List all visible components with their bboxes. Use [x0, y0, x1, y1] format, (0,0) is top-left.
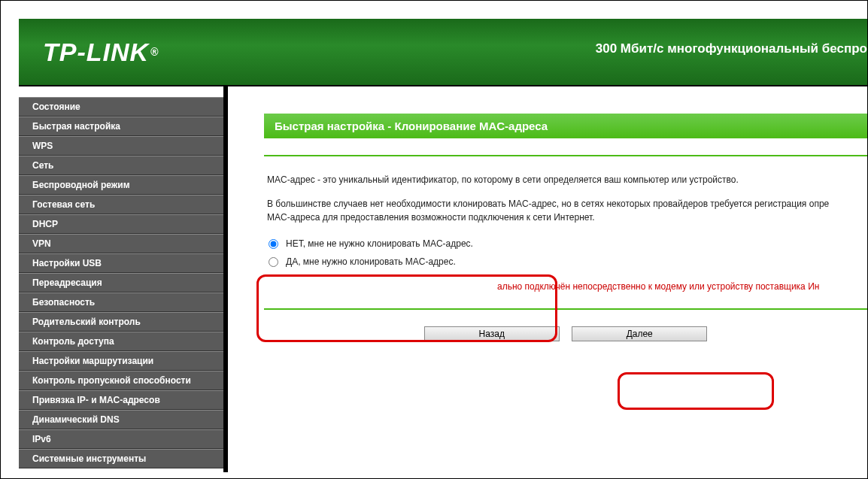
- sidebar-item-17[interactable]: IPv6: [19, 429, 223, 449]
- note-text: ально подключён непосредственно к модему…: [264, 281, 867, 292]
- sidebar-item-0[interactable]: Состояние: [19, 97, 223, 117]
- sidebar-item-12[interactable]: Контроль доступа: [19, 332, 223, 351]
- sidebar-item-14[interactable]: Контроль пропускной способности: [19, 371, 223, 390]
- sidebar-item-15[interactable]: Привязка IP- и MAC-адресов: [19, 390, 223, 410]
- nav-menu: СостояниеБыстрая настройкаWPSСетьБеспров…: [19, 97, 223, 468]
- sidebar-item-8[interactable]: Настройки USB: [19, 253, 223, 273]
- logo-registered: ®: [150, 46, 159, 58]
- content-area: Быстрая настройка - Клонирование MAC-адр…: [228, 86, 867, 472]
- logo-text: TP-LINK: [43, 38, 149, 67]
- mac-clone-radio-group: НЕТ, мне не нужно клонировать MAC-адрес.…: [264, 235, 867, 271]
- sidebar-item-1[interactable]: Быстрая настройка: [19, 117, 223, 136]
- sidebar-item-18[interactable]: Системные инструменты: [19, 449, 223, 468]
- sidebar-item-11[interactable]: Родительский контроль: [19, 312, 223, 332]
- sidebar-item-9[interactable]: Переадресация: [19, 273, 223, 293]
- sidebar-item-10[interactable]: Безопасность: [19, 293, 223, 312]
- header-tagline: 300 Мбит/с многофункциональный беспро: [596, 41, 867, 56]
- radio-yes-clone[interactable]: ДА, мне нужно клонировать MAC-адрес.: [264, 253, 867, 271]
- sidebar-item-2[interactable]: WPS: [19, 136, 223, 156]
- next-button[interactable]: Далее: [572, 326, 707, 341]
- page-title: Быстрая настройка - Клонирование MAC-адр…: [264, 114, 867, 138]
- sidebar-item-3[interactable]: Сеть: [19, 156, 223, 175]
- logo: TP-LINK®: [43, 38, 159, 67]
- radio-yes-clone-label: ДА, мне нужно клонировать MAC-адрес.: [286, 256, 456, 267]
- sidebar-item-5[interactable]: Гостевая сеть: [19, 195, 223, 214]
- sidebar: СостояниеБыстрая настройкаWPSСетьБеспров…: [19, 86, 223, 472]
- sidebar-item-6[interactable]: DHCP: [19, 214, 223, 234]
- radio-yes-clone-input[interactable]: [269, 257, 278, 267]
- radio-no-clone[interactable]: НЕТ, мне не нужно клонировать MAC-адрес.: [264, 235, 867, 253]
- sidebar-item-13[interactable]: Настройки маршрутизации: [19, 351, 223, 371]
- radio-no-clone-input[interactable]: [269, 239, 278, 249]
- header: TP-LINK® 300 Мбит/с многофункциональный …: [19, 19, 867, 86]
- radio-no-clone-label: НЕТ, мне не нужно клонировать MAC-адрес.: [286, 238, 473, 249]
- intro-text-1: MAC-адрес - это уникальный идентификатор…: [267, 173, 867, 186]
- divider-line: [264, 155, 867, 156]
- divider-line-2: [264, 308, 867, 310]
- sidebar-item-16[interactable]: Динамический DNS: [19, 410, 223, 429]
- button-row: Назад Далее: [264, 326, 867, 341]
- sidebar-item-7[interactable]: VPN: [19, 234, 223, 253]
- intro-text-2: В большинстве случаев нет необходимости …: [267, 197, 867, 224]
- back-button[interactable]: Назад: [424, 326, 560, 341]
- sidebar-item-4[interactable]: Беспроводной режим: [19, 175, 223, 195]
